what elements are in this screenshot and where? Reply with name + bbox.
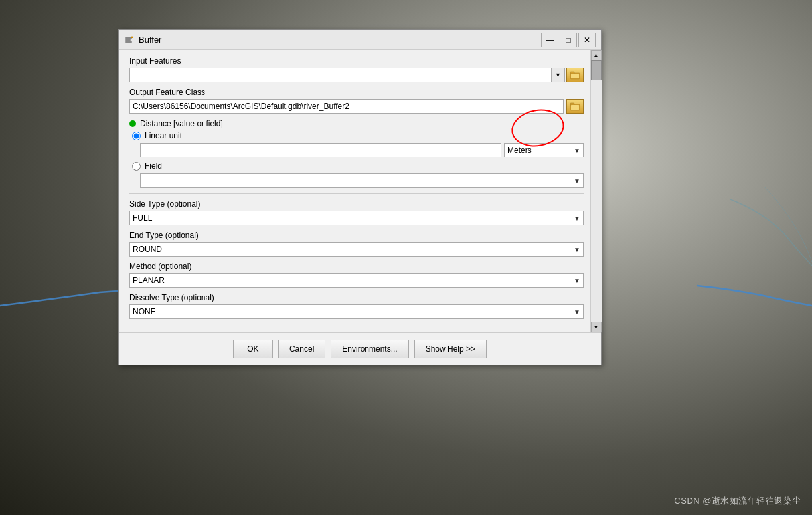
method-label: Method (optional) bbox=[129, 262, 584, 271]
separator-1 bbox=[129, 193, 584, 194]
show-help-button[interactable]: Show Help >> bbox=[414, 340, 487, 358]
title-bar: Buffer — □ ✕ bbox=[119, 30, 601, 50]
end-type-arrow: ▼ bbox=[574, 246, 580, 253]
scroll-up-btn[interactable]: ▲ bbox=[591, 50, 602, 60]
svg-rect-8 bbox=[570, 103, 574, 105]
scroll-down-btn[interactable]: ▼ bbox=[591, 322, 602, 332]
end-type-dropdown[interactable]: ROUND ▼ bbox=[129, 242, 584, 257]
field-dropdown-row: ▼ bbox=[140, 173, 584, 188]
buffer-dialog: Buffer — □ ✕ Input Features ▼ bbox=[118, 29, 602, 365]
unit-dropdown-value: Meters bbox=[507, 146, 532, 155]
unit-dropdown-arrow: ▼ bbox=[574, 147, 580, 154]
ok-button[interactable]: OK bbox=[233, 340, 273, 358]
input-features-section: Input Features ▼ bbox=[129, 56, 584, 82]
cancel-button[interactable]: Cancel bbox=[278, 340, 325, 358]
svg-rect-5 bbox=[570, 72, 574, 74]
required-indicator bbox=[129, 120, 136, 127]
output-feature-class-label: Output Feature Class bbox=[129, 88, 584, 97]
output-feature-class-field[interactable] bbox=[129, 99, 564, 114]
svg-rect-6 bbox=[571, 74, 579, 78]
dissolve-type-section: Dissolve Type (optional) NONE ▼ bbox=[129, 293, 584, 319]
output-feature-class-browse-btn[interactable] bbox=[566, 99, 584, 114]
dissolve-type-dropdown[interactable]: NONE ▼ bbox=[129, 304, 584, 319]
dissolve-type-arrow: ▼ bbox=[574, 308, 580, 316]
dialog-form: Input Features ▼ bbox=[119, 50, 590, 332]
input-features-field[interactable] bbox=[130, 70, 551, 80]
distance-value-input[interactable] bbox=[140, 143, 501, 157]
side-type-section: Side Type (optional) FULL ▼ bbox=[129, 199, 584, 225]
field-dropdown-arrow: ▼ bbox=[574, 177, 580, 185]
svg-rect-1 bbox=[125, 39, 131, 41]
distance-label: Distance [value or field] bbox=[140, 119, 223, 128]
minimize-button[interactable]: — bbox=[541, 33, 558, 47]
side-type-label: Side Type (optional) bbox=[129, 199, 584, 209]
close-button[interactable]: ✕ bbox=[578, 33, 596, 47]
field-dropdown[interactable]: ▼ bbox=[140, 173, 584, 188]
end-type-section: End Type (optional) ROUND ▼ bbox=[129, 231, 584, 257]
dissolve-type-value: NONE bbox=[133, 307, 156, 316]
dissolve-type-label: Dissolve Type (optional) bbox=[129, 293, 584, 302]
svg-rect-9 bbox=[571, 105, 579, 110]
window-controls: — □ ✕ bbox=[541, 33, 596, 47]
field-radio-row: Field bbox=[132, 161, 584, 171]
method-dropdown[interactable]: PLANAR ▼ bbox=[129, 273, 584, 288]
dialog-footer: OK Cancel Environments... Show Help >> bbox=[119, 332, 601, 365]
dialog-body: Input Features ▼ bbox=[119, 50, 601, 332]
linear-unit-radio[interactable] bbox=[132, 132, 141, 140]
input-features-input[interactable]: ▼ bbox=[129, 68, 565, 82]
scroll-track[interactable] bbox=[591, 60, 602, 322]
output-feature-class-section: Output Feature Class bbox=[129, 88, 584, 114]
linear-unit-radio-label: Linear unit bbox=[145, 131, 182, 140]
scrollbar[interactable]: ▲ ▼ bbox=[590, 50, 601, 332]
dialog-title: Buffer bbox=[139, 35, 161, 45]
side-type-value: FULL bbox=[133, 213, 152, 223]
side-type-arrow: ▼ bbox=[574, 215, 580, 222]
input-features-browse-btn[interactable] bbox=[566, 68, 584, 82]
scroll-thumb[interactable] bbox=[591, 60, 602, 80]
distance-header: Distance [value or field] bbox=[129, 119, 584, 128]
output-feature-class-row bbox=[129, 99, 584, 114]
input-features-dropdown-btn[interactable]: ▼ bbox=[551, 68, 564, 82]
unit-dropdown[interactable]: Meters ▼ bbox=[504, 143, 584, 157]
distance-section: Distance [value or field] Linear unit Me… bbox=[129, 119, 584, 188]
input-features-row: ▼ bbox=[129, 68, 584, 82]
environments-button[interactable]: Environments... bbox=[331, 340, 408, 358]
linear-unit-row: Meters ▼ bbox=[140, 143, 584, 157]
end-type-value: ROUND bbox=[133, 245, 162, 254]
linear-unit-radio-row: Linear unit bbox=[132, 131, 584, 140]
field-radio[interactable] bbox=[132, 162, 141, 171]
method-arrow: ▼ bbox=[574, 277, 580, 284]
svg-marker-3 bbox=[131, 36, 133, 38]
dialog-icon bbox=[124, 35, 135, 45]
input-features-label: Input Features bbox=[129, 56, 584, 66]
method-value: PLANAR bbox=[133, 276, 165, 285]
end-type-label: End Type (optional) bbox=[129, 231, 584, 240]
svg-rect-2 bbox=[125, 41, 132, 43]
watermark: CSDN @逝水如流年轻往返染尘 bbox=[674, 495, 801, 507]
maximize-button[interactable]: □ bbox=[560, 33, 577, 47]
side-type-dropdown[interactable]: FULL ▼ bbox=[129, 211, 584, 225]
method-section: Method (optional) PLANAR ▼ bbox=[129, 262, 584, 288]
field-radio-label: Field bbox=[145, 161, 162, 171]
